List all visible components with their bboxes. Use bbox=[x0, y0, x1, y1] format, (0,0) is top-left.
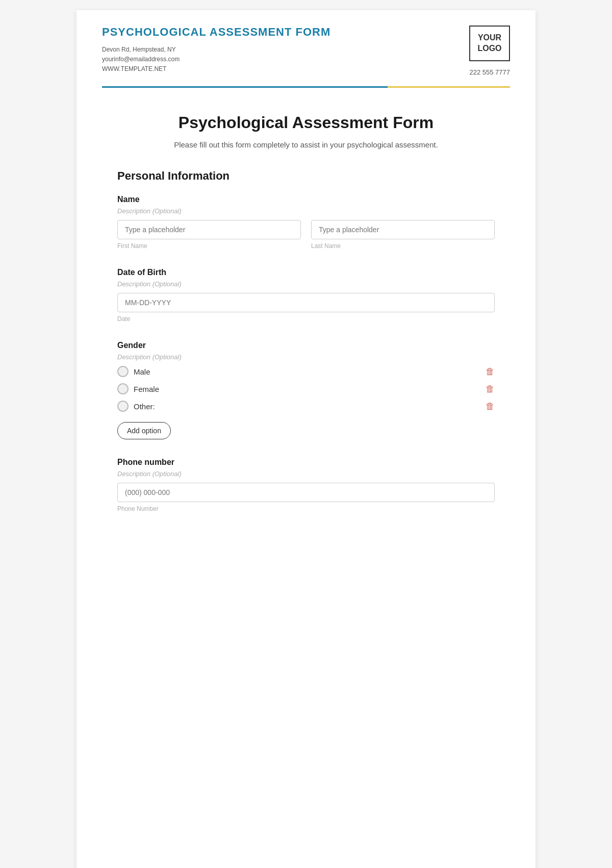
delete-icon-female[interactable]: 🗑 bbox=[486, 384, 495, 394]
name-input-row: First Name Last Name bbox=[117, 220, 495, 250]
gender-label-male: Male bbox=[134, 367, 150, 376]
form-content: Psychological Assessment Form Please fil… bbox=[76, 88, 536, 556]
last-name-sub-label: Last Name bbox=[311, 242, 495, 250]
gender-option-other: Other: 🗑 bbox=[117, 401, 495, 412]
phone-number-header: 222 555 7777 bbox=[469, 68, 510, 76]
header: PSYCHOLOGICAL ASSESSMENT FORM Devon Rd, … bbox=[76, 10, 536, 76]
section-personal-info: Personal Information Name Description (O… bbox=[117, 169, 495, 512]
header-right: YOURLOGO 222 555 7777 bbox=[469, 26, 510, 76]
page: PSYCHOLOGICAL ASSESSMENT FORM Devon Rd, … bbox=[76, 10, 536, 868]
radio-circle-other[interactable] bbox=[117, 401, 129, 412]
field-group-dob: Date of Birth Description (Optional) Dat… bbox=[117, 268, 495, 323]
first-name-wrapper: First Name bbox=[117, 220, 301, 250]
address-line3: WWW.TEMPLATE.NET bbox=[102, 64, 330, 74]
gender-option-female: Female 🗑 bbox=[117, 383, 495, 394]
logo-box: YOURLOGO bbox=[469, 26, 510, 61]
field-label-phone: Phone number bbox=[117, 458, 495, 467]
dob-sub-label: Date bbox=[117, 315, 495, 323]
address-line1: Devon Rd, Hempstead, NY bbox=[102, 45, 330, 55]
last-name-wrapper: Last Name bbox=[311, 220, 495, 250]
field-group-phone: Phone number Description (Optional) Phon… bbox=[117, 458, 495, 512]
address-line2: yourinfo@emailaddress.com bbox=[102, 55, 330, 64]
header-left: PSYCHOLOGICAL ASSESSMENT FORM Devon Rd, … bbox=[102, 26, 330, 75]
first-name-input[interactable] bbox=[117, 220, 301, 239]
field-description-gender: Description (Optional) bbox=[117, 353, 495, 361]
radio-circle-male[interactable] bbox=[117, 366, 129, 377]
phone-input[interactable] bbox=[117, 483, 495, 502]
field-description-phone: Description (Optional) bbox=[117, 470, 495, 478]
company-title: PSYCHOLOGICAL ASSESSMENT FORM bbox=[102, 26, 330, 39]
section-title-personal-info: Personal Information bbox=[117, 169, 495, 183]
field-description-name: Description (Optional) bbox=[117, 207, 495, 215]
field-label-gender: Gender bbox=[117, 341, 495, 350]
first-name-sub-label: First Name bbox=[117, 242, 301, 250]
gender-option-male: Male 🗑 bbox=[117, 366, 495, 377]
field-label-dob: Date of Birth bbox=[117, 268, 495, 277]
gender-label-female: Female bbox=[134, 385, 159, 393]
radio-circle-female[interactable] bbox=[117, 383, 129, 394]
form-subtitle: Please fill out this form completely to … bbox=[117, 140, 495, 149]
field-group-gender: Gender Description (Optional) Male 🗑 Fem… bbox=[117, 341, 495, 439]
last-name-input[interactable] bbox=[311, 220, 495, 239]
field-group-name: Name Description (Optional) First Name L… bbox=[117, 195, 495, 250]
form-main-title: Psychological Assessment Form bbox=[117, 113, 495, 132]
company-address: Devon Rd, Hempstead, NY yourinfo@emailad… bbox=[102, 45, 330, 75]
gender-label-other: Other: bbox=[134, 402, 155, 411]
field-label-name: Name bbox=[117, 195, 495, 204]
dob-input[interactable] bbox=[117, 293, 495, 312]
delete-icon-male[interactable]: 🗑 bbox=[486, 366, 495, 377]
field-description-dob: Description (Optional) bbox=[117, 280, 495, 288]
delete-icon-other[interactable]: 🗑 bbox=[486, 401, 495, 412]
phone-sub-label: Phone Number bbox=[117, 505, 495, 512]
add-option-button[interactable]: Add option bbox=[117, 422, 171, 439]
